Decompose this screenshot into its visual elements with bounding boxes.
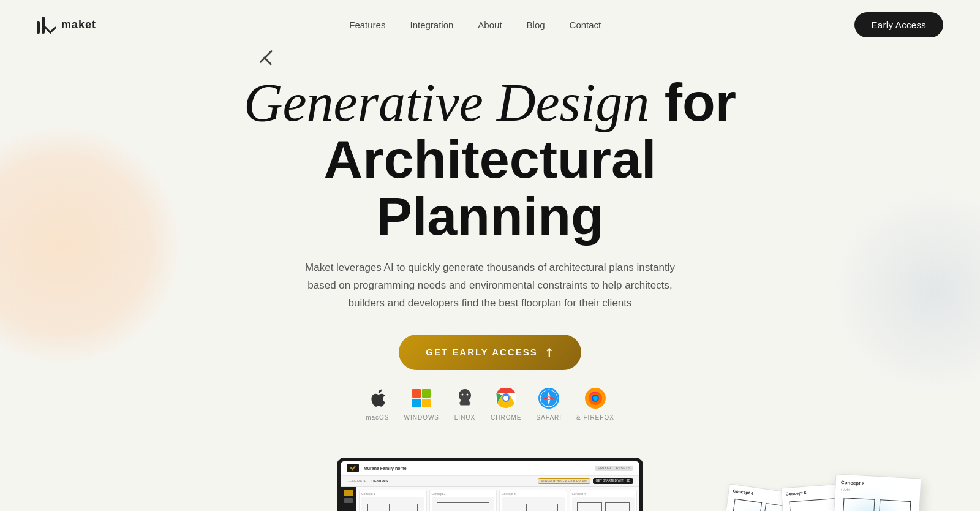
nav-item-contact[interactable]: Contact	[570, 20, 601, 31]
platform-macos: macOS	[366, 387, 389, 421]
hero-title-italic: Generative Design	[244, 73, 649, 132]
nav-link-about[interactable]: About	[478, 20, 502, 30]
cta-label: GET EARLY ACCESS	[426, 347, 537, 357]
nav-item-integration[interactable]: Integration	[410, 20, 453, 31]
linux-icon	[454, 387, 476, 409]
concept-card-3: Concept 3	[499, 490, 567, 511]
logo-text: maket	[61, 18, 96, 31]
svg-point-14	[593, 396, 598, 401]
tab-generate[interactable]: GENERATE	[347, 479, 367, 483]
nav-early-access-button[interactable]: Early Access	[854, 12, 943, 37]
paper-concept-2: Concept 2 + Add	[831, 474, 922, 511]
hero-title-bold: Architectural Planning	[324, 129, 657, 246]
concept-card-2: Concept 2	[429, 490, 497, 511]
cta-arrow-icon: ↗	[540, 344, 557, 361]
chrome-icon	[495, 387, 517, 409]
nav-link-features[interactable]: Features	[349, 20, 385, 30]
platform-chrome: CHROME	[491, 387, 521, 421]
platform-windows-label: WINDOWS	[404, 414, 439, 421]
logo-icon	[37, 17, 56, 34]
hero-subtitle: Maket leverages AI to quickly generate t…	[291, 259, 689, 312]
firefox-icon	[584, 387, 606, 409]
sparkle-decoration	[257, 62, 274, 67]
logo[interactable]: maket	[37, 17, 96, 34]
laptop-screen: Murana Family home PROJECT ASSETS GENERA…	[341, 461, 639, 511]
svg-point-5	[503, 396, 508, 401]
platform-macos-label: macOS	[366, 414, 389, 421]
laptop-mockup: Murana Family home PROJECT ASSETS GENERA…	[337, 458, 643, 511]
nav-link-contact[interactable]: Contact	[570, 20, 601, 30]
navbar: maket Features Integration About Blog Co…	[0, 0, 980, 50]
svg-point-0	[462, 393, 464, 395]
hero-title-regular: for	[649, 72, 736, 132]
platform-firefox-label: & FIREFOX	[576, 414, 614, 421]
platform-safari: SAFARI	[536, 387, 562, 421]
platform-chrome-label: CHROME	[491, 414, 521, 421]
screen-title: Murana Family home	[364, 466, 407, 471]
platform-icons: macOS WINDOWS L	[12, 387, 968, 421]
nav-item-about[interactable]: About	[478, 20, 502, 31]
hero-cta-button[interactable]: GET EARLY ACCESS ↗	[399, 335, 581, 370]
svg-point-10	[548, 397, 550, 399]
svg-point-1	[467, 393, 469, 395]
nav-item-features[interactable]: Features	[349, 20, 385, 31]
logo-bar-1	[37, 21, 40, 34]
platform-linux-label: LINUX	[454, 414, 475, 421]
logo-bar-2	[42, 17, 45, 34]
hero-title: Generative Design for Architectural Plan…	[214, 74, 766, 244]
nav-link-integration[interactable]: Integration	[410, 20, 453, 30]
platform-windows: WINDOWS	[404, 387, 439, 421]
platform-firefox: & FIREFOX	[576, 387, 614, 421]
platform-safari-label: SAFARI	[536, 414, 562, 421]
safari-icon	[538, 387, 560, 409]
tab-designs[interactable]: DESIGNS	[372, 479, 388, 483]
paper-concept-2-label: Concept 2	[841, 480, 916, 489]
nav-links: Features Integration About Blog Contact	[349, 20, 601, 31]
concept-card-4: Concept 4	[570, 490, 638, 511]
hero-section: Generative Design for Architectural Plan…	[0, 50, 980, 433]
nav-link-blog[interactable]: Blog	[527, 20, 545, 30]
mockup-area: Murana Family home PROJECT ASSETS GENERA…	[0, 445, 980, 511]
concept-card-1: Concept 1	[359, 490, 427, 511]
platform-linux: LINUX	[454, 387, 476, 421]
windows-icon	[410, 387, 432, 409]
logo-chevron	[44, 21, 56, 34]
apple-icon	[366, 387, 388, 409]
nav-item-blog[interactable]: Blog	[527, 20, 545, 31]
